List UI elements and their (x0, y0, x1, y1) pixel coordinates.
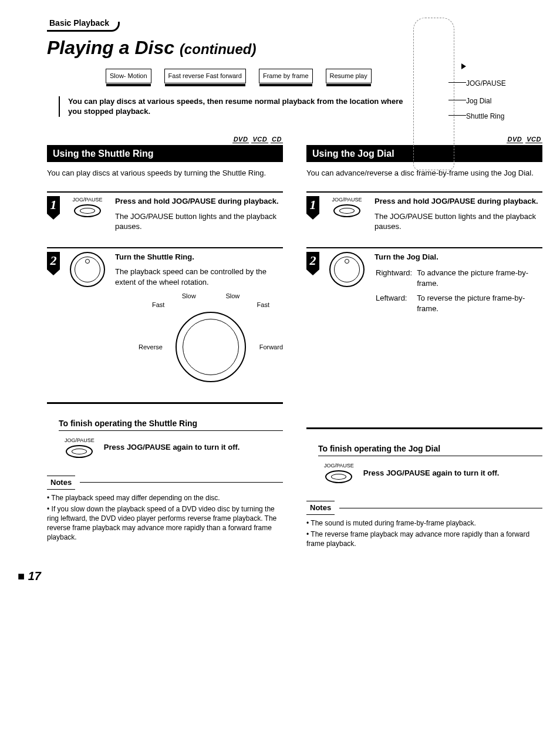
intro-text: You can play discs at various speeds, th… (59, 96, 407, 117)
step-body: The JOG/PAUSE button lights and the play… (375, 211, 542, 232)
title-continued: (continued) (180, 41, 257, 57)
feature-box-row: Slow- Motion Fast reverse Fast forward F… (106, 69, 407, 83)
step-2: 2 Turn the Shuttle Ring. The playback sp… (47, 247, 283, 385)
step-number-icon: 2 (47, 252, 60, 269)
step-number-icon: 2 (306, 252, 319, 269)
jog-pause-button-icon (66, 445, 93, 458)
notes-list: The sound is muted during frame-by-frame… (306, 518, 542, 549)
section-bar-shuttle: Using the Shuttle Ring (47, 145, 283, 163)
jog-pause-button-icon (325, 470, 352, 483)
note-item: If you slow down the playback speed of a… (47, 504, 283, 542)
page-title: Playing a Disc (continued) (47, 35, 407, 60)
title-main: Playing a Disc (47, 37, 174, 58)
feature-box: Slow- Motion (106, 69, 151, 83)
feature-box: Resume play (326, 69, 372, 83)
step-heading: Press and hold JOG/PAUSE during playback… (115, 196, 283, 207)
notes-heading: Notes (306, 501, 335, 515)
note-item: The reverse frame playback may advance m… (306, 530, 542, 548)
finish-text: Press JOG/PAUSE again to turn it off. (104, 442, 240, 453)
icon-label: JOG/PAUSE (67, 196, 108, 203)
dir-text: To reverse the picture frame-by-frame. (417, 293, 541, 317)
section-tag: Basic Playback (47, 18, 112, 32)
icon-label: JOG/PAUSE (324, 462, 354, 469)
shuttle-ring-icon (70, 252, 105, 287)
dir-label: Leftward: (376, 293, 416, 317)
step-body: The JOG/PAUSE button lights and the play… (115, 211, 283, 232)
feature-box: Frame by frame (259, 69, 313, 83)
step-number-icon: 1 (47, 196, 60, 214)
note-item: The sound is muted during frame-by-frame… (306, 518, 542, 528)
step-1: 1 JOG/PAUSE Press and hold JOG/PAUSE dur… (47, 191, 283, 232)
lead-text: You can play discs at various speeds by … (47, 168, 283, 178)
step-number-icon: 1 (306, 196, 319, 214)
step-2: 2 Turn the Jog Dial. Rightward: To advan… (306, 247, 542, 319)
finish-text: Press JOG/PAUSE again to turn it off. (363, 468, 500, 478)
play-icon (461, 63, 466, 69)
finish-heading: To finish operating the Shuttle Ring (59, 418, 283, 431)
note-item: The playback speed may differ depending … (47, 493, 283, 503)
step-heading: Turn the Shuttle Ring. (115, 252, 283, 262)
page-number: 17 (18, 568, 542, 584)
step-heading: Press and hold JOG/PAUSE during playback… (375, 196, 542, 207)
finish-heading: To finish operating the Jog Dial (318, 443, 542, 456)
jog-dial-icon (329, 252, 365, 287)
direction-table: Rightward: To advance the picture frame-… (375, 267, 542, 318)
dir-text: To advance the picture frame-by-frame. (417, 268, 541, 292)
finish-row: JOG/PAUSE Press JOG/PAUSE again to turn … (324, 462, 542, 483)
notes-heading: Notes (47, 476, 75, 490)
step-body: The playback speed can be controlled by … (115, 267, 283, 287)
shuttle-speed-diagram: Slow Slow Fast Fast Reverse Forward (139, 292, 283, 385)
step-1: 1 JOG/PAUSE Press and hold JOG/PAUSE dur… (306, 191, 542, 232)
jog-pause-button-icon (333, 204, 360, 217)
remote-label: Jog Dial (466, 96, 491, 106)
step-heading: Turn the Jog Dial. (375, 252, 542, 262)
icon-label: JOG/PAUSE (65, 437, 95, 444)
icon-label: JOG/PAUSE (326, 196, 367, 203)
notes-list: The playback speed may differ depending … (47, 493, 283, 542)
disc-type-tags: DVDVCDCD (47, 135, 283, 144)
remote-label: JOG/PAUSE (466, 79, 506, 88)
remote-label: Shuttle Ring (466, 112, 504, 121)
feature-box: Fast reverse Fast forward (164, 69, 246, 83)
finish-row: JOG/PAUSE Press JOG/PAUSE again to turn … (65, 437, 283, 458)
dir-label: Rightward: (376, 268, 416, 292)
jog-pause-button-icon (74, 204, 101, 217)
remote-diagram: JOG/PAUSE Jog Dial Shuttle Ring (407, 18, 542, 135)
